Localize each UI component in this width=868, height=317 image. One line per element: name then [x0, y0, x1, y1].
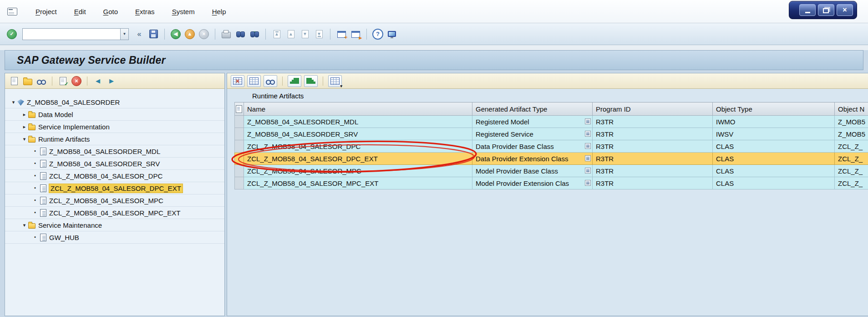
- row-selector[interactable]: [235, 177, 244, 189]
- tree-collapse-icon[interactable]: ▾: [20, 222, 28, 228]
- tree-leaf-bullet: ·: [31, 186, 39, 190]
- find-next-icon[interactable]: [249, 28, 260, 40]
- create-shortcut-icon[interactable]: [350, 28, 361, 40]
- menu-edit[interactable]: Edit: [67, 5, 93, 18]
- find-icon[interactable]: [235, 28, 246, 40]
- layout-icon[interactable]: ▾: [328, 75, 342, 87]
- close-grid-icon[interactable]: ×: [231, 75, 244, 87]
- cell-detail-icon[interactable]: [585, 180, 591, 186]
- tree-leaf-bullet: ·: [31, 198, 39, 203]
- sort-ascending-icon[interactable]: [288, 75, 301, 87]
- save-icon[interactable]: [148, 28, 159, 40]
- tree-item-label: Data Model: [38, 111, 73, 118]
- table-row[interactable]: ZCL_Z_MOB58_04_SALESOR_MPC_EXTModel Prov…: [235, 177, 868, 189]
- cell-detail-icon[interactable]: [585, 131, 591, 137]
- table-row[interactable]: Z_MOB58_04_SALESORDER_MDLRegistered Mode…: [235, 116, 868, 128]
- tree-item-service-maintenance[interactable]: ▾Service Maintenance: [5, 219, 224, 231]
- artifacts-panel: ×▾ Runtime Artifacts NameGenerated Artif…: [227, 73, 868, 316]
- nav-back-icon[interactable]: ◀: [92, 75, 103, 87]
- display-icon[interactable]: [264, 75, 277, 87]
- column-header-program-id[interactable]: Program ID: [593, 102, 713, 116]
- tree-expand-icon[interactable]: ▸: [20, 112, 28, 118]
- remove-icon[interactable]: ×: [71, 75, 82, 87]
- exit-icon[interactable]: ▲: [184, 28, 195, 40]
- toolbar-separator: [366, 29, 367, 40]
- tree-item-z-mob58-04-salesorder-mdl[interactable]: ·Z_MOB58_04_SALESORDER_MDL: [5, 145, 224, 158]
- cell-artifact-type: Model Provider Base Class: [472, 165, 593, 177]
- details-icon[interactable]: [247, 75, 261, 87]
- tree-item-zcl-z-mob58-04-salesor-dpc[interactable]: ·ZCL_Z_MOB58_04_SALESOR_DPC: [5, 170, 224, 182]
- collapse-icon[interactable]: «: [134, 28, 145, 40]
- column-header-object-n[interactable]: Object N: [835, 102, 868, 116]
- table-row[interactable]: ZCL_Z_MOB58_04_SALESOR_DPC_EXTData Provi…: [235, 153, 868, 165]
- tree-item-z-mob58-04-salesorder-srv[interactable]: ·Z_MOB58_04_SALESORDER_SRV: [5, 158, 224, 170]
- cell-detail-icon[interactable]: [585, 118, 591, 124]
- system-menu-icon[interactable]: [7, 8, 17, 15]
- tree-item-label: ZCL_Z_MOB58_04_SALESOR_MPC_EXT: [49, 209, 180, 217]
- tree-item-label: Z_MOB58_04_SALESORDER_SRV: [49, 160, 160, 168]
- table-row[interactable]: ZCL_Z_MOB58_04_SALESOR_DPCData Provider …: [235, 140, 868, 153]
- nav-forward-icon[interactable]: ▶: [106, 75, 117, 87]
- tree-item-z-mob58-04-salesorder[interactable]: ▾Z_MOB58_04_SALESORDER: [5, 96, 224, 108]
- customize-layout-icon[interactable]: [386, 28, 397, 40]
- first-page-icon[interactable]: [271, 28, 282, 40]
- back-icon[interactable]: ◀: [170, 28, 181, 40]
- toolbar-separator: [282, 77, 283, 86]
- tree-item-data-model[interactable]: ▸Data Model: [5, 108, 224, 121]
- print-icon[interactable]: [221, 28, 232, 40]
- menu-extras[interactable]: Extras: [128, 5, 162, 18]
- cell-detail-icon[interactable]: [585, 168, 591, 174]
- tree-item-label: ZCL_Z_MOB58_04_SALESOR_DPC: [49, 172, 162, 180]
- row-selector[interactable]: [235, 153, 244, 165]
- tree-collapse-icon[interactable]: ▾: [20, 136, 28, 142]
- column-header-name[interactable]: Name: [244, 102, 472, 116]
- cell-detail-icon[interactable]: [585, 155, 591, 161]
- display-change-icon[interactable]: [36, 75, 47, 87]
- enter-icon[interactable]: ✓: [6, 28, 17, 40]
- table-row[interactable]: ZCL_Z_MOB58_04_SALESOR_MPCModel Provider…: [235, 165, 868, 177]
- column-header-generated-artifact-type[interactable]: Generated Artifact Type: [472, 102, 593, 116]
- tree-item-zcl-z-mob58-04-salesor-mpc-ext[interactable]: ·ZCL_Z_MOB58_04_SALESOR_MPC_EXT: [5, 207, 224, 219]
- toolbar-separator: [330, 29, 330, 40]
- cell-detail-icon[interactable]: [585, 143, 591, 149]
- cancel-icon[interactable]: ×: [198, 28, 209, 40]
- command-dropdown-button[interactable]: ▼: [120, 28, 129, 40]
- tree-item-zcl-z-mob58-04-salesor-mpc[interactable]: ·ZCL_Z_MOB58_04_SALESOR_MPC: [5, 194, 224, 207]
- create-icon[interactable]: [9, 75, 20, 87]
- row-selector[interactable]: [235, 116, 244, 128]
- help-icon[interactable]: ?: [372, 28, 383, 40]
- table-row[interactable]: Z_MOB58_04_SALESORDER_SRVRegistered Serv…: [235, 128, 868, 140]
- menu-system[interactable]: System: [165, 5, 202, 18]
- new-session-icon[interactable]: [336, 28, 347, 40]
- minimize-button[interactable]: [799, 4, 816, 16]
- document-icon: [40, 148, 46, 155]
- tree-expand-icon[interactable]: ▸: [20, 124, 28, 130]
- select-all-header[interactable]: [235, 102, 244, 116]
- menu-help[interactable]: Help: [205, 5, 233, 18]
- tree-item-runtime-artifacts[interactable]: ▾Runtime Artifacts: [5, 133, 224, 145]
- row-selector[interactable]: [235, 140, 244, 153]
- next-page-icon[interactable]: [299, 28, 310, 40]
- previous-page-icon[interactable]: [285, 28, 296, 40]
- tree-item-service-implementation[interactable]: ▸Service Implementation: [5, 121, 224, 133]
- tree-item-gw-hub[interactable]: ·GW_HUB: [5, 231, 224, 244]
- check-icon[interactable]: [57, 75, 68, 87]
- command-input[interactable]: [22, 28, 120, 40]
- last-page-icon[interactable]: [314, 28, 325, 40]
- row-selector[interactable]: [235, 128, 244, 140]
- menu-goto[interactable]: Goto: [96, 5, 126, 18]
- grid-toolbar: ×▾: [227, 73, 868, 89]
- close-button[interactable]: ×: [837, 4, 853, 16]
- sort-descending-icon[interactable]: [304, 75, 318, 87]
- row-selector[interactable]: [235, 165, 244, 177]
- tree-collapse-icon[interactable]: ▾: [10, 99, 17, 105]
- cell-object-type: CLAS: [713, 140, 835, 153]
- tree-item-zcl-z-mob58-04-salesor-dpc-ext[interactable]: ·ZCL_Z_MOB58_04_SALESOR_DPC_EXT: [5, 182, 224, 194]
- cell-artifact-type: Registered Service: [472, 128, 593, 140]
- project-tree-panel: ×◀▶ ▾Z_MOB58_04_SALESORDER▸Data Model▸Se…: [5, 73, 225, 316]
- command-field: ▼: [22, 28, 129, 40]
- column-header-object-type[interactable]: Object Type: [713, 102, 835, 116]
- open-icon[interactable]: [22, 75, 33, 87]
- menu-project[interactable]: Project: [28, 5, 64, 18]
- restore-button[interactable]: [818, 4, 834, 16]
